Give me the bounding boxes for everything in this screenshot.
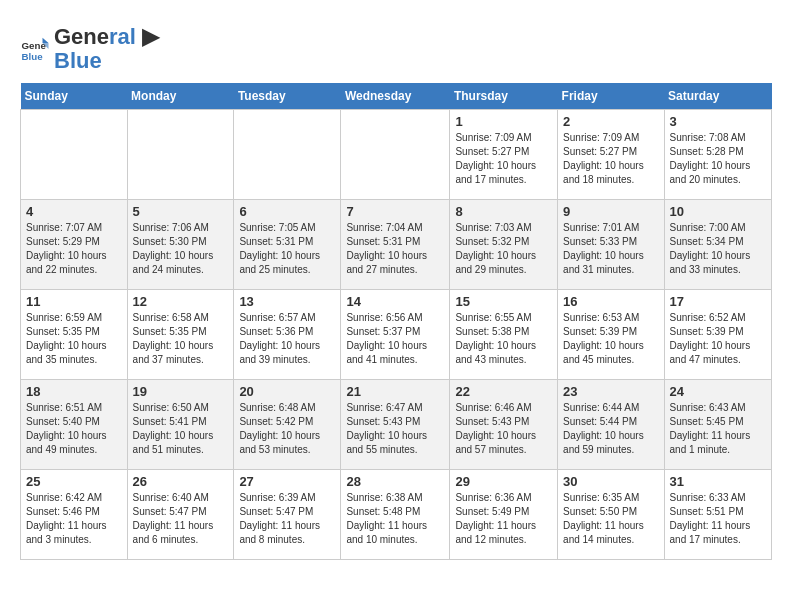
- day-number: 24: [670, 384, 766, 399]
- day-info: Sunrise: 6:35 AM Sunset: 5:50 PM Dayligh…: [563, 491, 658, 547]
- day-cell: [21, 110, 128, 200]
- day-info: Sunrise: 6:48 AM Sunset: 5:42 PM Dayligh…: [239, 401, 335, 457]
- day-cell: 3Sunrise: 7:08 AM Sunset: 5:28 PM Daylig…: [664, 110, 771, 200]
- day-info: Sunrise: 7:06 AM Sunset: 5:30 PM Dayligh…: [133, 221, 229, 277]
- day-cell: [234, 110, 341, 200]
- day-number: 6: [239, 204, 335, 219]
- day-cell: [341, 110, 450, 200]
- day-number: 11: [26, 294, 122, 309]
- day-info: Sunrise: 6:50 AM Sunset: 5:41 PM Dayligh…: [133, 401, 229, 457]
- day-cell: 12Sunrise: 6:58 AM Sunset: 5:35 PM Dayli…: [127, 290, 234, 380]
- week-row-3: 11Sunrise: 6:59 AM Sunset: 5:35 PM Dayli…: [21, 290, 772, 380]
- day-cell: 8Sunrise: 7:03 AM Sunset: 5:32 PM Daylig…: [450, 200, 558, 290]
- day-number: 10: [670, 204, 766, 219]
- logo: Gene Blue General ▶Blue: [20, 25, 159, 73]
- day-info: Sunrise: 7:05 AM Sunset: 5:31 PM Dayligh…: [239, 221, 335, 277]
- day-info: Sunrise: 6:47 AM Sunset: 5:43 PM Dayligh…: [346, 401, 444, 457]
- day-number: 12: [133, 294, 229, 309]
- svg-text:Blue: Blue: [22, 51, 44, 62]
- day-number: 30: [563, 474, 658, 489]
- week-row-1: 1Sunrise: 7:09 AM Sunset: 5:27 PM Daylig…: [21, 110, 772, 200]
- week-row-4: 18Sunrise: 6:51 AM Sunset: 5:40 PM Dayli…: [21, 380, 772, 470]
- weekday-header-monday: Monday: [127, 83, 234, 110]
- page-header: Gene Blue General ▶Blue: [20, 20, 772, 73]
- day-info: Sunrise: 7:01 AM Sunset: 5:33 PM Dayligh…: [563, 221, 658, 277]
- day-number: 23: [563, 384, 658, 399]
- day-info: Sunrise: 6:39 AM Sunset: 5:47 PM Dayligh…: [239, 491, 335, 547]
- day-info: Sunrise: 6:57 AM Sunset: 5:36 PM Dayligh…: [239, 311, 335, 367]
- day-cell: 22Sunrise: 6:46 AM Sunset: 5:43 PM Dayli…: [450, 380, 558, 470]
- day-cell: 14Sunrise: 6:56 AM Sunset: 5:37 PM Dayli…: [341, 290, 450, 380]
- day-info: Sunrise: 7:08 AM Sunset: 5:28 PM Dayligh…: [670, 131, 766, 187]
- day-cell: 21Sunrise: 6:47 AM Sunset: 5:43 PM Dayli…: [341, 380, 450, 470]
- day-number: 18: [26, 384, 122, 399]
- day-number: 19: [133, 384, 229, 399]
- weekday-header-tuesday: Tuesday: [234, 83, 341, 110]
- day-cell: 27Sunrise: 6:39 AM Sunset: 5:47 PM Dayli…: [234, 470, 341, 560]
- day-cell: 31Sunrise: 6:33 AM Sunset: 5:51 PM Dayli…: [664, 470, 771, 560]
- day-info: Sunrise: 6:36 AM Sunset: 5:49 PM Dayligh…: [455, 491, 552, 547]
- day-cell: 9Sunrise: 7:01 AM Sunset: 5:33 PM Daylig…: [558, 200, 664, 290]
- weekday-header-wednesday: Wednesday: [341, 83, 450, 110]
- day-info: Sunrise: 6:51 AM Sunset: 5:40 PM Dayligh…: [26, 401, 122, 457]
- weekday-header-thursday: Thursday: [450, 83, 558, 110]
- day-number: 14: [346, 294, 444, 309]
- day-number: 4: [26, 204, 122, 219]
- day-number: 27: [239, 474, 335, 489]
- day-info: Sunrise: 6:40 AM Sunset: 5:47 PM Dayligh…: [133, 491, 229, 547]
- day-info: Sunrise: 7:09 AM Sunset: 5:27 PM Dayligh…: [563, 131, 658, 187]
- day-info: Sunrise: 6:59 AM Sunset: 5:35 PM Dayligh…: [26, 311, 122, 367]
- day-number: 2: [563, 114, 658, 129]
- day-cell: 29Sunrise: 6:36 AM Sunset: 5:49 PM Dayli…: [450, 470, 558, 560]
- day-number: 26: [133, 474, 229, 489]
- day-info: Sunrise: 6:42 AM Sunset: 5:46 PM Dayligh…: [26, 491, 122, 547]
- day-cell: 17Sunrise: 6:52 AM Sunset: 5:39 PM Dayli…: [664, 290, 771, 380]
- day-cell: 25Sunrise: 6:42 AM Sunset: 5:46 PM Dayli…: [21, 470, 128, 560]
- day-cell: 18Sunrise: 6:51 AM Sunset: 5:40 PM Dayli…: [21, 380, 128, 470]
- day-info: Sunrise: 7:09 AM Sunset: 5:27 PM Dayligh…: [455, 131, 552, 187]
- weekday-header-friday: Friday: [558, 83, 664, 110]
- day-info: Sunrise: 7:07 AM Sunset: 5:29 PM Dayligh…: [26, 221, 122, 277]
- day-cell: 16Sunrise: 6:53 AM Sunset: 5:39 PM Dayli…: [558, 290, 664, 380]
- day-info: Sunrise: 6:43 AM Sunset: 5:45 PM Dayligh…: [670, 401, 766, 457]
- day-info: Sunrise: 6:56 AM Sunset: 5:37 PM Dayligh…: [346, 311, 444, 367]
- day-cell: 20Sunrise: 6:48 AM Sunset: 5:42 PM Dayli…: [234, 380, 341, 470]
- day-number: 8: [455, 204, 552, 219]
- day-cell: 24Sunrise: 6:43 AM Sunset: 5:45 PM Dayli…: [664, 380, 771, 470]
- day-cell: 28Sunrise: 6:38 AM Sunset: 5:48 PM Dayli…: [341, 470, 450, 560]
- day-info: Sunrise: 6:33 AM Sunset: 5:51 PM Dayligh…: [670, 491, 766, 547]
- day-cell: 19Sunrise: 6:50 AM Sunset: 5:41 PM Dayli…: [127, 380, 234, 470]
- day-number: 7: [346, 204, 444, 219]
- day-number: 15: [455, 294, 552, 309]
- day-number: 28: [346, 474, 444, 489]
- day-number: 21: [346, 384, 444, 399]
- day-number: 13: [239, 294, 335, 309]
- day-number: 16: [563, 294, 658, 309]
- day-cell: 26Sunrise: 6:40 AM Sunset: 5:47 PM Dayli…: [127, 470, 234, 560]
- week-row-5: 25Sunrise: 6:42 AM Sunset: 5:46 PM Dayli…: [21, 470, 772, 560]
- day-number: 1: [455, 114, 552, 129]
- day-cell: 1Sunrise: 7:09 AM Sunset: 5:27 PM Daylig…: [450, 110, 558, 200]
- day-info: Sunrise: 6:44 AM Sunset: 5:44 PM Dayligh…: [563, 401, 658, 457]
- calendar-table: SundayMondayTuesdayWednesdayThursdayFrid…: [20, 83, 772, 560]
- day-info: Sunrise: 6:46 AM Sunset: 5:43 PM Dayligh…: [455, 401, 552, 457]
- day-number: 5: [133, 204, 229, 219]
- day-cell: 11Sunrise: 6:59 AM Sunset: 5:35 PM Dayli…: [21, 290, 128, 380]
- day-info: Sunrise: 6:55 AM Sunset: 5:38 PM Dayligh…: [455, 311, 552, 367]
- day-cell: 4Sunrise: 7:07 AM Sunset: 5:29 PM Daylig…: [21, 200, 128, 290]
- day-cell: 15Sunrise: 6:55 AM Sunset: 5:38 PM Dayli…: [450, 290, 558, 380]
- weekday-header-saturday: Saturday: [664, 83, 771, 110]
- day-number: 9: [563, 204, 658, 219]
- day-cell: 5Sunrise: 7:06 AM Sunset: 5:30 PM Daylig…: [127, 200, 234, 290]
- day-number: 3: [670, 114, 766, 129]
- day-info: Sunrise: 7:03 AM Sunset: 5:32 PM Dayligh…: [455, 221, 552, 277]
- svg-marker-2: [43, 38, 49, 43]
- day-info: Sunrise: 6:52 AM Sunset: 5:39 PM Dayligh…: [670, 311, 766, 367]
- weekday-header-sunday: Sunday: [21, 83, 128, 110]
- day-cell: 7Sunrise: 7:04 AM Sunset: 5:31 PM Daylig…: [341, 200, 450, 290]
- day-cell: 6Sunrise: 7:05 AM Sunset: 5:31 PM Daylig…: [234, 200, 341, 290]
- day-info: Sunrise: 7:00 AM Sunset: 5:34 PM Dayligh…: [670, 221, 766, 277]
- day-number: 22: [455, 384, 552, 399]
- day-cell: 23Sunrise: 6:44 AM Sunset: 5:44 PM Dayli…: [558, 380, 664, 470]
- day-number: 31: [670, 474, 766, 489]
